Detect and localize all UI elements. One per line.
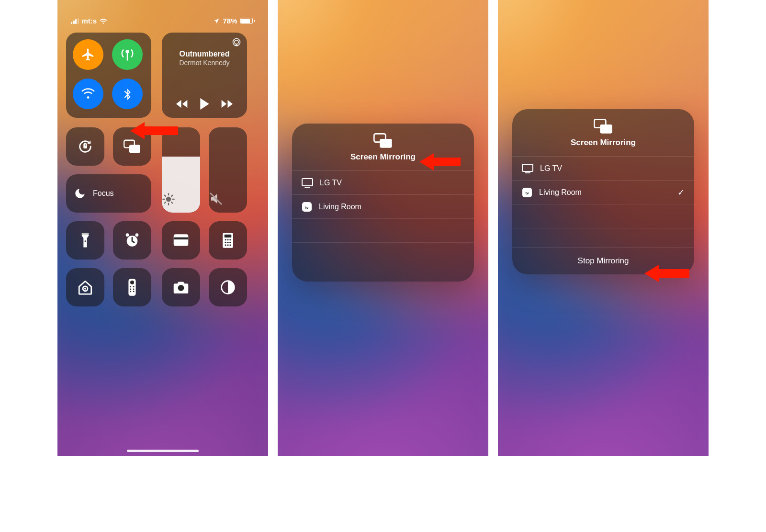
svg-rect-53 <box>522 164 533 171</box>
svg-point-39 <box>130 288 131 290</box>
svg-rect-46 <box>380 139 392 148</box>
orientation-lock-button[interactable] <box>66 127 104 166</box>
svg-point-42 <box>133 291 135 292</box>
svg-point-36 <box>130 281 134 284</box>
svg-point-37 <box>130 286 131 287</box>
tv-icon <box>522 164 533 173</box>
airplay-audio-icon <box>232 37 241 47</box>
screen-mirroring-panel: Screen Mirroring LG TV tv Living Room ✓ … <box>512 109 694 274</box>
svg-point-31 <box>227 244 228 246</box>
carrier-label: mt:s <box>82 17 97 25</box>
wallet-button[interactable] <box>162 221 200 260</box>
svg-point-38 <box>133 286 135 287</box>
moon-icon <box>74 187 86 200</box>
svg-point-40 <box>133 288 135 290</box>
tv-icon <box>302 178 313 188</box>
focus-button[interactable]: Focus <box>66 174 151 213</box>
home-button[interactable] <box>66 268 104 306</box>
screenshot-mirroring-stop: Screen Mirroring LG TV tv Living Room ✓ … <box>498 0 709 456</box>
mirroring-device-row[interactable]: tv Living Room <box>292 194 474 218</box>
svg-rect-4 <box>129 145 140 153</box>
cellular-signal-icon <box>71 18 79 24</box>
wifi-icon <box>81 87 95 101</box>
screen-mirroring-icon <box>373 133 393 148</box>
bluetooth-button[interactable] <box>112 79 143 109</box>
apple-tv-icon: tv <box>302 202 312 212</box>
play-button[interactable] <box>199 98 210 110</box>
device-name: LG TV <box>540 164 562 173</box>
wallet-icon <box>173 234 189 247</box>
focus-label: Focus <box>93 189 114 198</box>
calculator-button[interactable] <box>209 221 247 260</box>
cellular-antenna-icon <box>120 47 135 62</box>
svg-point-29 <box>229 242 231 243</box>
svg-rect-15 <box>82 233 89 235</box>
svg-point-26 <box>229 239 231 240</box>
svg-rect-21 <box>174 238 189 239</box>
mirroring-device-row[interactable]: LG TV <box>292 170 474 194</box>
volume-muted-icon <box>209 192 247 206</box>
screen-mirroring-title: Screen Mirroring <box>512 138 694 147</box>
camera-button[interactable] <box>162 268 200 306</box>
fast-forward-icon <box>219 99 233 109</box>
screenshot-control-center: mt:s 78% <box>57 0 268 456</box>
home-icon <box>77 279 93 295</box>
annotation-arrow <box>130 122 178 139</box>
svg-rect-47 <box>302 179 313 186</box>
home-indicator[interactable] <box>127 450 199 452</box>
screenshot-mirroring-list: Screen Mirroring LG TV tv Living Room <box>278 0 488 456</box>
device-name: LG TV <box>320 179 342 187</box>
wifi-button[interactable] <box>73 79 103 109</box>
svg-point-43 <box>178 285 184 291</box>
status-bar: mt:s 78% <box>57 0 268 26</box>
apple-tv-remote-button[interactable] <box>113 268 151 306</box>
screen-mirroring-icon <box>124 139 141 154</box>
battery-icon <box>240 18 255 24</box>
svg-point-1 <box>235 40 238 44</box>
camera-icon <box>172 281 190 294</box>
rewind-icon <box>176 99 190 109</box>
svg-text:tv: tv <box>305 205 309 210</box>
svg-rect-23 <box>225 235 232 238</box>
screen-mirroring-icon <box>594 119 613 134</box>
volume-slider[interactable] <box>209 127 247 213</box>
fast-forward-button[interactable] <box>219 99 233 109</box>
wifi-icon <box>100 18 107 24</box>
svg-line-10 <box>165 195 166 196</box>
timer-button[interactable] <box>113 221 151 260</box>
annotation-arrow <box>419 153 461 170</box>
flashlight-icon <box>80 232 90 249</box>
airplane-mode-button[interactable] <box>73 39 103 70</box>
device-name: Living Room <box>539 188 582 197</box>
orientation-lock-icon <box>77 138 93 155</box>
svg-line-11 <box>171 202 172 203</box>
svg-point-27 <box>225 242 226 243</box>
svg-point-25 <box>227 239 228 240</box>
flashlight-button[interactable] <box>66 221 104 260</box>
bluetooth-icon <box>121 87 134 101</box>
svg-point-28 <box>227 242 228 243</box>
checkmark-icon: ✓ <box>677 187 685 198</box>
annotation-arrow <box>644 265 689 282</box>
calculator-icon <box>222 232 234 249</box>
svg-point-41 <box>130 291 131 292</box>
svg-point-30 <box>225 244 226 246</box>
brightness-slider[interactable] <box>162 127 200 213</box>
mirroring-device-row[interactable]: LG TV <box>512 156 694 180</box>
svg-line-13 <box>171 195 172 196</box>
svg-text:tv: tv <box>525 191 529 195</box>
tv-remote-icon <box>127 278 137 296</box>
alarm-clock-icon <box>124 232 140 249</box>
svg-point-24 <box>225 239 226 240</box>
rewind-button[interactable] <box>176 99 190 109</box>
airplane-icon <box>81 47 95 62</box>
mirroring-device-row[interactable]: tv Living Room ✓ <box>512 180 694 204</box>
svg-point-34 <box>84 288 86 290</box>
svg-point-17 <box>126 233 129 237</box>
dark-mode-button[interactable] <box>209 268 247 306</box>
media-playback-tile[interactable]: Outnumbered Dermot Kennedy <box>162 33 247 118</box>
svg-rect-32 <box>229 244 231 246</box>
svg-point-18 <box>135 233 139 237</box>
cellular-data-button[interactable] <box>112 39 143 70</box>
svg-line-12 <box>165 202 166 203</box>
